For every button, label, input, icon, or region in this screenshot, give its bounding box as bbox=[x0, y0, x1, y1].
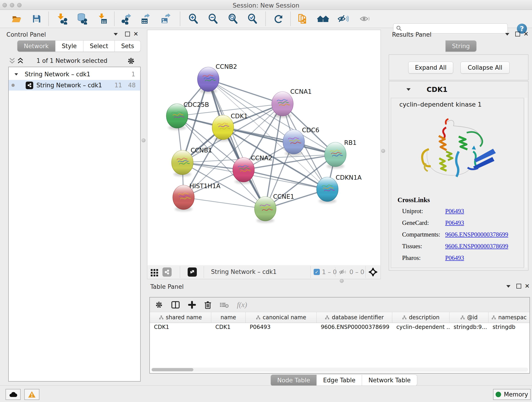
cell-canonical-name: P06493 bbox=[246, 323, 317, 332]
network-label: String Network – cdk1 bbox=[36, 82, 102, 89]
save-session-button[interactable] bbox=[31, 13, 43, 25]
delete-column-trash-icon[interactable] bbox=[204, 300, 212, 309]
column-header-shared-name[interactable]: shared name bbox=[150, 312, 211, 323]
control-panel-tabs: Network Style Select Sets bbox=[17, 40, 141, 52]
control-panel-menu-caret-icon[interactable] bbox=[114, 33, 118, 36]
export-table-button[interactable] bbox=[139, 13, 152, 25]
refresh-icon bbox=[273, 13, 284, 24]
crosslink-genecard-link[interactable]: P06493 bbox=[445, 219, 464, 226]
import-table-file-button[interactable] bbox=[96, 13, 108, 25]
tab-node-table[interactable]: Node Table bbox=[271, 375, 317, 386]
show-columns-icon[interactable] bbox=[171, 301, 180, 309]
crosslink-label: Uniprot: bbox=[402, 208, 423, 215]
gene-collapse-caret-icon[interactable] bbox=[406, 88, 411, 91]
crosslink-compartments-link[interactable]: 9606.ENSP00000378699 bbox=[445, 231, 508, 238]
toolbar-separator bbox=[48, 12, 49, 26]
first-neighbors-button[interactable] bbox=[317, 13, 329, 25]
crosslink-pharos-link[interactable]: P06493 bbox=[445, 254, 464, 262]
hide-selected-button[interactable] bbox=[337, 13, 349, 25]
import-network-database-button[interactable] bbox=[76, 13, 88, 25]
network-options-gear-icon[interactable] bbox=[127, 57, 135, 65]
left-splitter-handle[interactable] bbox=[142, 138, 146, 142]
toolbar-separator bbox=[180, 266, 180, 278]
svg-text:HIST1H1A: HIST1H1A bbox=[190, 182, 221, 190]
table-panel-menu-caret-icon[interactable] bbox=[506, 285, 510, 288]
network-collection-row[interactable]: String Network – cdk1 1 bbox=[9, 69, 140, 80]
export-network-button[interactable] bbox=[120, 13, 132, 25]
results-panel-menu-caret-icon[interactable] bbox=[505, 33, 509, 36]
detach-view-button[interactable] bbox=[188, 268, 197, 277]
warning-status-button[interactable] bbox=[24, 389, 39, 400]
birdseye-grid-button[interactable] bbox=[150, 268, 159, 277]
control-panel: Control Panel ✕ Network Style Select Set… bbox=[2, 29, 140, 385]
control-panel-close-icon[interactable]: ✕ bbox=[133, 31, 138, 37]
collection-expand-caret-icon[interactable] bbox=[14, 73, 18, 75]
scrollbar-thumb[interactable] bbox=[152, 368, 193, 371]
current-network-dot-icon bbox=[12, 84, 15, 87]
zoom-in-button[interactable] bbox=[187, 13, 199, 25]
expand-all-icon[interactable] bbox=[17, 57, 24, 65]
network-row-selected[interactable]: String Network – cdk1 11 48 bbox=[9, 80, 140, 90]
svg-text:CCNB2: CCNB2 bbox=[215, 63, 237, 70]
tab-select[interactable]: Select bbox=[83, 40, 115, 52]
show-all-button[interactable] bbox=[359, 13, 371, 25]
apply-layout-button[interactable] bbox=[273, 13, 285, 25]
zoom-out-button[interactable] bbox=[207, 13, 219, 25]
crosslink-tissues-link[interactable]: 9606.ENSP00000378699 bbox=[445, 243, 508, 250]
column-header-canonical-name[interactable]: canonical name bbox=[246, 312, 317, 323]
table-header-row: shared name name canonical name database… bbox=[150, 312, 530, 323]
tab-string-results[interactable]: String bbox=[445, 40, 476, 52]
table-panel-close-icon[interactable]: ✕ bbox=[525, 283, 530, 289]
column-header-at-id[interactable]: @id bbox=[450, 312, 488, 323]
tab-network[interactable]: Network bbox=[17, 40, 56, 52]
expand-all-button[interactable]: Expand All bbox=[408, 62, 453, 74]
birdseye-crosshair-icon[interactable] bbox=[368, 267, 378, 277]
toolbar-separator bbox=[290, 12, 291, 26]
results-panel-float-icon[interactable] bbox=[515, 32, 520, 36]
gene-section: CDK1 cyclin–dependent kinase 1 bbox=[389, 81, 528, 270]
network-edge-count: 48 bbox=[128, 82, 136, 89]
network-canvas[interactable]: CCNB2CCNA1CDC25BCDK1CDC6RB1CCNB1CCNA2CDK… bbox=[147, 30, 381, 265]
hidden-eye-slash-icon bbox=[338, 268, 347, 276]
toolbar-separator bbox=[114, 12, 114, 26]
tab-style[interactable]: Style bbox=[56, 40, 83, 52]
import-network-file-button[interactable] bbox=[56, 13, 68, 25]
selected-checkbox-icon[interactable]: ✓ bbox=[314, 269, 320, 275]
zoom-fit-button[interactable] bbox=[227, 13, 239, 25]
column-header-description[interactable]: description bbox=[392, 312, 450, 323]
table-horizontal-scrollbar[interactable] bbox=[151, 368, 528, 372]
cloud-status-button[interactable] bbox=[6, 389, 21, 400]
collapse-all-button[interactable]: Collapse All bbox=[461, 62, 510, 74]
right-splitter-handle[interactable] bbox=[381, 149, 385, 153]
table-options-gear-icon[interactable] bbox=[155, 301, 163, 309]
toolbar-separator bbox=[204, 266, 204, 278]
create-column-plus-icon[interactable] bbox=[188, 301, 196, 309]
tab-edge-table[interactable]: Edge Table bbox=[317, 375, 362, 386]
control-panel-title: Control Panel bbox=[6, 31, 46, 38]
memory-button[interactable]: Memory bbox=[493, 389, 531, 400]
tab-sets[interactable]: Sets bbox=[115, 40, 141, 52]
warning-icon bbox=[28, 391, 36, 398]
gene-section-header[interactable]: CDK1 bbox=[389, 81, 528, 97]
svg-text:CCNA2: CCNA2 bbox=[251, 154, 272, 162]
column-header-namespace[interactable]: namespac bbox=[488, 312, 530, 323]
table-row[interactable]: CDK1 CDK1 P06493 9606.ENSP00000378699 cy… bbox=[150, 323, 530, 332]
results-scrollbar[interactable] bbox=[524, 98, 527, 268]
table-panel-float-icon[interactable] bbox=[516, 284, 521, 288]
collection-count: 1 bbox=[131, 71, 135, 78]
column-header-name[interactable]: name bbox=[211, 312, 246, 323]
gene-description: cyclin–dependent kinase 1 bbox=[399, 101, 481, 108]
toolbar-separator bbox=[310, 266, 311, 278]
network-graph[interactable]: CCNB2CCNA1CDC25BCDK1CDC6RB1CCNB1CCNA2CDK… bbox=[147, 30, 380, 265]
results-panel-close-icon[interactable]: ✕ bbox=[524, 31, 529, 37]
string-view-button[interactable] bbox=[162, 268, 172, 277]
export-image-button[interactable] bbox=[159, 13, 171, 25]
clone-network-button[interactable] bbox=[297, 13, 309, 25]
control-panel-float-icon[interactable] bbox=[125, 32, 130, 36]
zoom-selected-button[interactable] bbox=[247, 13, 259, 25]
open-session-button[interactable] bbox=[11, 13, 22, 25]
crosslink-uniprot-link[interactable]: P06493 bbox=[445, 208, 464, 215]
collapse-all-icon[interactable] bbox=[9, 57, 16, 65]
tab-network-table[interactable]: Network Table bbox=[362, 375, 417, 386]
column-header-database-identifier[interactable]: database identifier bbox=[317, 312, 392, 323]
